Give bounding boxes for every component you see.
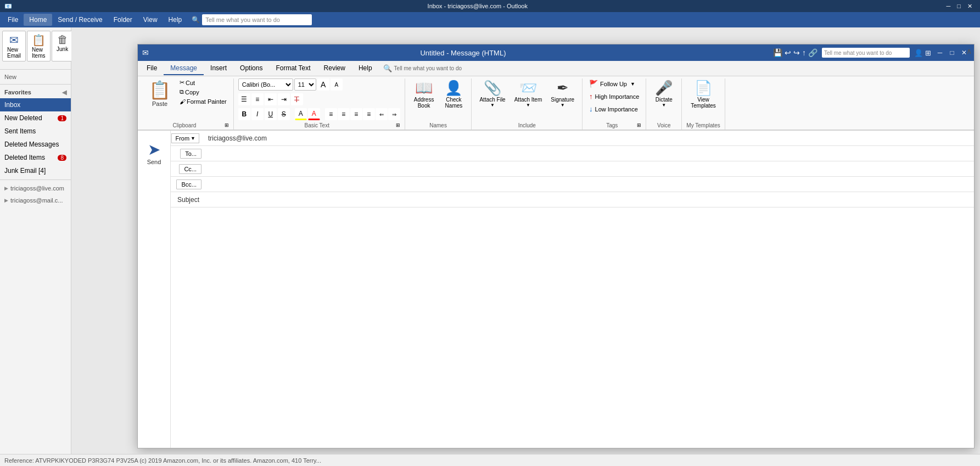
compose-minimize-btn[interactable]: ─ [934, 47, 945, 58]
compose-person-icon[interactable]: 👤 [914, 49, 923, 57]
format-painter-button[interactable]: 🖌 Format Painter [177, 97, 229, 106]
compose-search-box[interactable]: Tell me what you want to do [822, 48, 910, 58]
rtl-button[interactable]: ⇐ [376, 108, 388, 120]
send-button[interactable]: ➤ Send [144, 137, 165, 169]
junk-button[interactable]: 🗑 Junk [52, 31, 73, 61]
up-icon[interactable]: ↑ [802, 48, 806, 57]
to-input[interactable] [204, 148, 974, 160]
compose-tab-file[interactable]: File [140, 62, 164, 75]
align-center-button[interactable]: ≡ [338, 108, 350, 120]
sidebar-item-new-deleted[interactable]: New Deleted 1 [0, 111, 71, 125]
highlight-button[interactable]: A [295, 108, 307, 120]
compose-tab-message[interactable]: Message [164, 62, 204, 75]
attach-item-button[interactable]: 📨 Attach Item ▼ [511, 78, 546, 109]
view-templates-button[interactable]: 📄 View Templates [686, 78, 720, 110]
cut-button[interactable]: ✂ Cut [177, 78, 229, 87]
compose-maximize-btn[interactable]: □ [947, 47, 957, 58]
dictate-arrow: ▼ [662, 103, 666, 108]
address-book-button[interactable]: 📖 Address Book [410, 78, 439, 110]
align-left-button[interactable]: ≡ [325, 108, 337, 120]
sidebar-item-junk[interactable]: Junk Email [4] [0, 164, 71, 177]
align-right-button[interactable]: ≡ [350, 108, 362, 120]
compose-tab-review[interactable]: Review [317, 62, 352, 75]
sidebar-item-sent[interactable]: Sent Items [0, 125, 71, 138]
follow-up-button[interactable]: 🚩 Follow Up ▼ [587, 78, 637, 89]
font-shrink-button[interactable]: A [331, 78, 343, 91]
new-items-button[interactable]: 📋 New Items [27, 31, 51, 61]
ribbon-expand-button[interactable]: ∧ [966, 47, 972, 55]
sidebar-account-1[interactable]: triciagoss@live.com [0, 182, 71, 194]
undo-icon[interactable]: ↩ [785, 48, 791, 57]
clear-format-button[interactable]: T̶ [291, 93, 303, 105]
save-icon[interactable]: 💾 [773, 48, 782, 57]
paste-button[interactable]: 📋 Paste [144, 78, 175, 108]
compose-search-tab-icon[interactable]: 🔍 [383, 64, 392, 72]
font-family-select[interactable]: Calibri (Bo... [238, 78, 293, 91]
font-color-button[interactable]: A [308, 108, 320, 120]
dictate-button[interactable]: 🎤 Dictate ▼ [651, 78, 677, 109]
app-minimize[interactable]: ─ [943, 3, 954, 9]
high-importance-button[interactable]: ↑ High Importance [587, 91, 641, 102]
compose-tab-options[interactable]: Options [233, 62, 269, 75]
sidebar: ✉ New Email 📋 New Items 🗑 Junk New [0, 27, 71, 454]
app-close[interactable]: ✕ [964, 3, 976, 10]
from-row: From ▼ triciagoss@live.com [171, 131, 974, 146]
to-button[interactable]: To... [180, 149, 201, 159]
underline-button[interactable]: U [265, 108, 277, 120]
main-search-box[interactable]: Tell me what you want to do [202, 14, 312, 25]
attach-file-button[interactable]: 📎 Attach File ▼ [476, 78, 508, 109]
cc-button[interactable]: Cc... [179, 164, 201, 174]
app-maximize[interactable]: □ [954, 3, 964, 9]
main-menu-home[interactable]: Home [24, 14, 52, 26]
sidebar-item-inbox[interactable]: Inbox [0, 98, 71, 111]
cc-input[interactable] [204, 163, 974, 175]
list-bullet-button[interactable]: ☰ [238, 93, 250, 105]
link-icon[interactable]: 🔗 [808, 48, 817, 57]
increase-indent-button[interactable]: ⇥ [278, 93, 290, 105]
bcc-input[interactable] [204, 178, 974, 190]
new-email-button[interactable]: ✉ New Email [2, 31, 26, 61]
strikethrough-button[interactable]: S [278, 108, 290, 120]
from-button[interactable]: From ▼ [171, 133, 199, 143]
main-menu-folder[interactable]: Folder [108, 14, 138, 26]
sidebar-item-deleted-items[interactable]: Deleted Items 8 [0, 151, 71, 164]
justify-button[interactable]: ≡ [363, 108, 375, 120]
list-number-button[interactable]: ≡ [251, 93, 264, 105]
main-menu-view[interactable]: View [138, 14, 163, 26]
font-grow-button[interactable]: A [317, 78, 329, 91]
low-importance-button[interactable]: ↓ Low Importance [587, 104, 640, 114]
ribbon-group-my-templates: 📄 View Templates My Templates [682, 78, 725, 130]
check-names-button[interactable]: 👤 Check Names [440, 78, 467, 110]
sidebar-new-section: ✉ New Email 📋 New Items 🗑 Junk [0, 27, 71, 67]
main-menu-file[interactable]: File [2, 14, 24, 26]
compose-tab-help[interactable]: Help [352, 62, 379, 75]
basic-text-expand-icon[interactable]: ⊞ [396, 122, 400, 128]
bcc-button[interactable]: Bcc... [176, 179, 201, 189]
subject-input[interactable] [204, 194, 974, 206]
ribbon-group-names: 📖 Address Book 👤 Check Names Names [405, 78, 472, 130]
bold-button[interactable]: B [238, 108, 250, 120]
format-painter-icon: 🖌 [180, 98, 186, 105]
compose-tab-insert[interactable]: Insert [204, 62, 233, 75]
italic-button[interactable]: I [251, 108, 264, 120]
compose-title: Untitled - Message (HTML) [153, 49, 773, 57]
main-menu-help[interactable]: Help [163, 14, 188, 26]
app-title: Inbox - triciagoss@live.com - Outlook [12, 3, 943, 9]
clipboard-expand-icon[interactable]: ⊞ [225, 122, 229, 128]
font-size-select[interactable]: 11 [294, 78, 316, 91]
compose-window: ✉ Untitled - Message (HTML) 💾 ↩ ↪ ↑ 🔗 Te… [137, 44, 975, 448]
sidebar-account-2[interactable]: triciagoss@mail.c... [0, 194, 71, 206]
redo-icon[interactable]: ↪ [793, 48, 800, 57]
compose-tab-format-text[interactable]: Format Text [269, 62, 317, 75]
sidebar-divider-2 [0, 84, 71, 85]
ltr-button[interactable]: ⇒ [388, 108, 400, 120]
decrease-indent-button[interactable]: ⇤ [265, 93, 277, 105]
sidebar-item-deleted-messages[interactable]: Deleted Messages [0, 138, 71, 151]
main-menu-send-receive[interactable]: Send / Receive [52, 14, 108, 26]
copy-button[interactable]: ⧉ Copy [177, 88, 229, 96]
compose-tile-icon[interactable]: ⊞ [925, 49, 931, 57]
compose-body[interactable] [171, 207, 974, 448]
signature-button[interactable]: ✒ Signature ▼ [547, 78, 578, 109]
check-names-icon: 👤 [445, 80, 462, 97]
tags-expand-icon[interactable]: ⊞ [637, 122, 641, 128]
